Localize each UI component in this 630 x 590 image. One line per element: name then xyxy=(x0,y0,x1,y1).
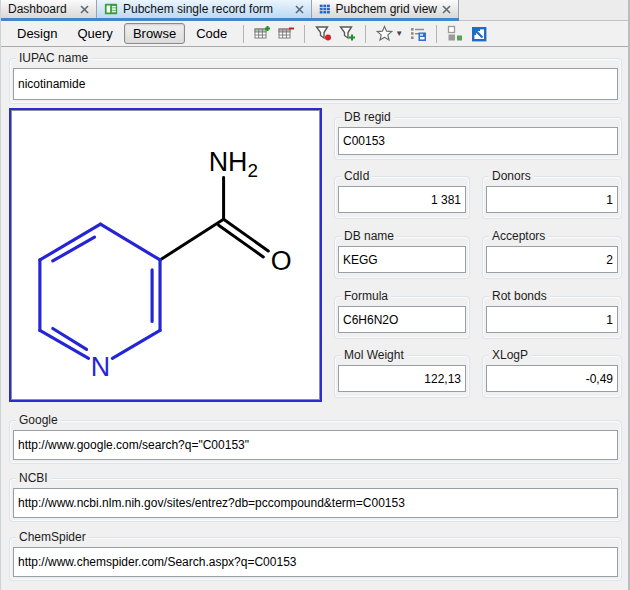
filter-icon[interactable] xyxy=(312,24,334,44)
tab-bar-empty-area xyxy=(459,0,628,21)
add-filter-icon[interactable] xyxy=(336,24,358,44)
structure-panel[interactable]: NH2 O N xyxy=(9,108,322,402)
editor-tab-bar: Dashboard Pubchem single record form xyxy=(1,0,628,21)
atom-label-ring-nitrogen: N xyxy=(91,352,110,382)
app-window: Dashboard Pubchem single record form xyxy=(0,0,630,590)
chevron-down-icon[interactable]: ▼ xyxy=(395,29,403,38)
field-rot-bonds: Rot bonds xyxy=(482,296,622,339)
svg-text:NH2: NH2 xyxy=(209,147,258,181)
field-iupac-name: IUPAC name xyxy=(9,58,622,104)
tab-pubchem-grid-view[interactable]: Pubchem grid view xyxy=(312,0,459,18)
field-acceptors: Acceptors xyxy=(482,236,622,279)
field-label: DB regid xyxy=(341,110,394,124)
db-name-input[interactable] xyxy=(338,246,466,273)
field-label: Formula xyxy=(341,289,391,303)
structure-canvas: NH2 O N xyxy=(11,110,320,400)
field-db-name: DB name xyxy=(334,236,470,279)
toolbar-separator xyxy=(243,25,244,43)
tab-label: Dashboard xyxy=(8,2,75,16)
formula-input[interactable] xyxy=(338,306,466,333)
export-icon[interactable] xyxy=(468,24,490,44)
close-icon[interactable] xyxy=(442,5,451,14)
widgets-icon[interactable] xyxy=(444,24,466,44)
field-label: ChemSpider xyxy=(16,530,89,544)
field-donors: Donors xyxy=(482,176,622,219)
toolbar-separator xyxy=(304,25,305,43)
tab-label: Pubchem grid view xyxy=(336,2,437,16)
field-label: Rot bonds xyxy=(489,289,550,303)
google-url-input[interactable] xyxy=(13,430,618,460)
query-button[interactable]: Query xyxy=(68,23,121,44)
close-icon[interactable] xyxy=(80,5,89,14)
tab-dashboard[interactable]: Dashboard xyxy=(1,0,97,18)
field-formula: Formula xyxy=(334,296,470,339)
field-label: Donors xyxy=(489,169,534,183)
field-label: IUPAC name xyxy=(16,51,91,65)
field-label: DB name xyxy=(341,229,397,243)
chemspider-url-input[interactable] xyxy=(13,547,618,577)
atom-label-nh2-subscript: 2 xyxy=(247,160,257,181)
mol-weight-input[interactable] xyxy=(338,365,466,392)
field-mol-weight: Mol Weight xyxy=(334,355,470,398)
browse-button[interactable]: Browse xyxy=(124,23,185,44)
field-label: CdId xyxy=(341,169,372,183)
field-label: NCBI xyxy=(16,471,51,485)
toolbar-separator xyxy=(436,25,437,43)
lists-icon[interactable] xyxy=(407,24,429,44)
field-cdid: CdId xyxy=(334,176,470,219)
cdid-input[interactable] xyxy=(338,186,466,213)
field-db-regid: DB regid xyxy=(334,117,622,160)
close-icon[interactable] xyxy=(295,5,304,14)
grid-icon xyxy=(319,2,331,16)
atom-label-oxygen: O xyxy=(271,246,292,276)
design-button[interactable]: Design xyxy=(8,23,66,44)
xlogp-input[interactable] xyxy=(486,365,618,392)
rot-bonds-input[interactable] xyxy=(486,306,618,333)
db-regid-input[interactable] xyxy=(338,127,618,155)
atom-label-nh2: NH xyxy=(209,147,248,177)
field-label: Acceptors xyxy=(489,229,548,243)
tab-pubchem-single-record-form[interactable]: Pubchem single record form xyxy=(97,0,312,18)
tab-label: Pubchem single record form xyxy=(123,2,290,16)
ncbi-url-input[interactable] xyxy=(13,488,618,518)
donors-input[interactable] xyxy=(486,186,618,213)
field-google: Google xyxy=(9,420,622,464)
field-ncbi: NCBI xyxy=(9,478,622,522)
field-xlogp: XLogP xyxy=(482,355,622,398)
iupac-name-input[interactable] xyxy=(13,68,618,100)
add-row-icon[interactable] xyxy=(251,24,273,44)
favorites-icon[interactable] xyxy=(373,24,395,44)
code-button[interactable]: Code xyxy=(187,23,236,44)
field-label: XLogP xyxy=(489,348,531,362)
acceptors-input[interactable] xyxy=(486,246,618,273)
field-label: Mol Weight xyxy=(341,348,407,362)
field-chemspider: ChemSpider xyxy=(9,537,622,581)
field-label: Google xyxy=(16,413,61,427)
form-icon xyxy=(104,2,118,16)
delete-row-icon[interactable] xyxy=(275,24,297,44)
form-toolbar: Design Query Browse Code xyxy=(1,21,628,47)
molecule-nicotinamide: NH2 O N xyxy=(12,111,319,397)
toolbar-separator xyxy=(365,25,366,43)
